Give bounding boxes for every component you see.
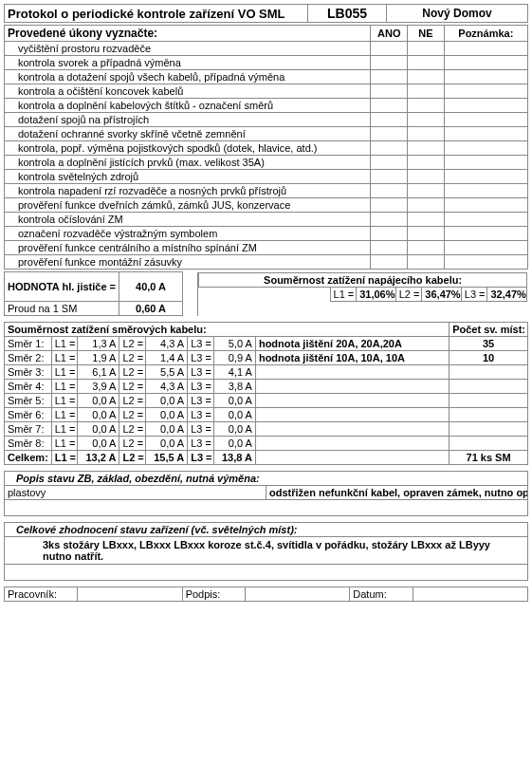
l1-val: 3,9 A: [78, 380, 119, 394]
task-yes[interactable]: [371, 42, 408, 56]
dir-name: Směr 4:: [5, 380, 52, 394]
task-no[interactable]: [408, 113, 445, 127]
dir-count: [449, 394, 528, 408]
date-label: Datum:: [350, 587, 413, 602]
task-no[interactable]: [408, 84, 445, 99]
task-no[interactable]: [408, 127, 445, 141]
task-no[interactable]: [408, 99, 445, 113]
task-label: kontrola, popř. výměna pojistkových spod…: [5, 141, 371, 156]
l1-lbl: L1 =: [51, 394, 78, 408]
task-no[interactable]: [408, 70, 445, 84]
task-no[interactable]: [408, 213, 445, 227]
task-yes[interactable]: [371, 113, 408, 127]
task-note[interactable]: [444, 170, 527, 184]
l2-lbl: L2 =: [119, 351, 146, 365]
protocol-code: LB055: [308, 5, 387, 23]
breaker-value: 40,0 A: [119, 272, 182, 302]
task-yes[interactable]: [371, 56, 408, 70]
l1-val: 0,0 A: [78, 437, 119, 451]
task-label: dotažení spojů na přístrojích: [5, 113, 371, 127]
task-yes[interactable]: [371, 127, 408, 141]
task-no[interactable]: [408, 42, 445, 56]
l2-val: 0,0 A: [146, 408, 188, 422]
task-note[interactable]: [444, 56, 527, 70]
task-note[interactable]: [444, 241, 527, 255]
task-label: kontrola a doplnění jistících prvků (max…: [5, 156, 371, 170]
dir-name: Směr 8:: [5, 437, 52, 451]
task-note[interactable]: [444, 99, 527, 113]
task-yes[interactable]: [371, 84, 408, 99]
sign-value[interactable]: [245, 587, 349, 602]
task-yes[interactable]: [371, 198, 408, 213]
task-note[interactable]: [444, 84, 527, 99]
dir-note: [255, 394, 449, 408]
l1-val: 13,2 A: [78, 451, 119, 465]
task-label: kontrola světelných zdrojů: [5, 170, 371, 184]
dir-count: [449, 365, 528, 380]
task-label: vyčištění prostoru rozvaděče: [5, 42, 371, 56]
l1-val: 0,0 A: [78, 394, 119, 408]
task-note[interactable]: [444, 127, 527, 141]
l2-val: 0,0 A: [146, 394, 188, 408]
task-yes[interactable]: [371, 184, 408, 198]
task-yes[interactable]: [371, 141, 408, 156]
task-note[interactable]: [444, 213, 527, 227]
l1-val: 1,9 A: [78, 351, 119, 365]
task-note[interactable]: [444, 227, 527, 241]
task-note[interactable]: [444, 113, 527, 127]
task-no[interactable]: [408, 227, 445, 241]
task-no[interactable]: [408, 241, 445, 255]
l1-lbl: L1 =: [51, 422, 78, 437]
task-no[interactable]: [408, 184, 445, 198]
l3-val: 0,0 A: [213, 437, 255, 451]
task-note[interactable]: [444, 141, 527, 156]
task-yes[interactable]: [371, 99, 408, 113]
task-no[interactable]: [408, 56, 445, 70]
overall-table: Celkové zhodnocení stavu zařízení (vč. s…: [4, 522, 528, 581]
l1-val: 6,1 A: [78, 365, 119, 380]
task-yes[interactable]: [371, 70, 408, 84]
l3-lbl: L3 =: [188, 422, 214, 437]
worker-value[interactable]: [78, 587, 182, 602]
l1-val: 0,0 A: [78, 408, 119, 422]
task-no[interactable]: [408, 141, 445, 156]
l2-lbl: L2 =: [119, 365, 146, 380]
dir-count: 71 ks SM: [449, 451, 528, 465]
l3-val: 3,8 A: [213, 380, 255, 394]
l3-lbl: L3 =: [188, 394, 214, 408]
l1-val: 1,3 A: [78, 337, 119, 351]
feed-l2-lbl: L2 =: [395, 287, 422, 301]
task-label: kontrola a očištění koncovek kabelů: [5, 84, 371, 99]
task-no[interactable]: [408, 255, 445, 270]
symmetry-feed-title: Souměrnost zatížení napájecího kabelu:: [199, 272, 527, 287]
protocol-title: Protokol o periodické kontrole zařízení …: [5, 5, 308, 23]
zb-left: plastovy: [5, 486, 266, 500]
l3-val: 0,0 A: [213, 394, 255, 408]
l3-val: 0,0 A: [213, 408, 255, 422]
l2-lbl: L2 =: [119, 408, 146, 422]
task-yes[interactable]: [371, 255, 408, 270]
task-yes[interactable]: [371, 213, 408, 227]
dir-count: 10: [449, 351, 528, 365]
task-note[interactable]: [444, 156, 527, 170]
task-yes[interactable]: [371, 170, 408, 184]
task-no[interactable]: [408, 198, 445, 213]
task-no[interactable]: [408, 156, 445, 170]
task-note[interactable]: [444, 198, 527, 213]
date-value[interactable]: [413, 587, 527, 602]
task-no[interactable]: [408, 170, 445, 184]
task-yes[interactable]: [371, 156, 408, 170]
task-note[interactable]: [444, 184, 527, 198]
task-label: kontrola očíslování ZM: [5, 213, 371, 227]
task-yes[interactable]: [371, 241, 408, 255]
tasks-title: Provedené úkony vyznačte:: [5, 26, 371, 42]
task-label: označení rozvaděče výstražným symbolem: [5, 227, 371, 241]
task-yes[interactable]: [371, 227, 408, 241]
task-note[interactable]: [444, 70, 527, 84]
task-note[interactable]: [444, 255, 527, 270]
l2-val: 4,3 A: [146, 380, 188, 394]
dir-name: Směr 6:: [5, 408, 52, 422]
l3-lbl: L3 =: [188, 351, 214, 365]
per-sm-label: Proud na 1 SM: [5, 302, 119, 316]
task-note[interactable]: [444, 42, 527, 56]
